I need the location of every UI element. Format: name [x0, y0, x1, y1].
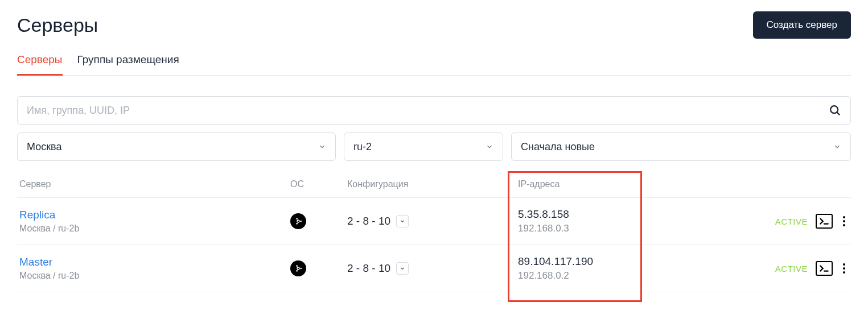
region-select-value: ru-2	[353, 141, 372, 153]
ubuntu-icon	[290, 260, 306, 276]
ip-public: 5.35.8.158	[518, 208, 666, 221]
server-name-link[interactable]: Master	[19, 256, 290, 268]
server-location-text: Москва / ru-2b	[19, 223, 290, 234]
table-row: Replica Москва / ru-2b 2 - 8 - 10 5.35.8…	[17, 198, 851, 245]
location-select-value: Москва	[27, 141, 61, 153]
svg-point-0	[830, 106, 838, 113]
chevron-down-icon	[486, 143, 493, 151]
row-menu-button[interactable]	[841, 214, 848, 229]
ubuntu-icon	[290, 213, 306, 229]
svg-point-10	[300, 268, 302, 270]
col-header-os: ОС	[290, 179, 347, 189]
server-location-text: Москва / ru-2b	[19, 271, 290, 281]
ip-public: 89.104.117.190	[518, 255, 666, 268]
svg-line-1	[837, 113, 840, 115]
config-text: 2 - 8 - 10	[347, 215, 390, 227]
config-text: 2 - 8 - 10	[347, 262, 390, 275]
chevron-down-icon	[833, 143, 841, 151]
col-header-server: Сервер	[17, 179, 290, 189]
ip-private: 192.168.0.2	[518, 270, 666, 282]
status-badge: ACTIVE	[775, 264, 808, 274]
config-expand-button[interactable]	[396, 215, 409, 227]
svg-point-6	[296, 223, 298, 225]
svg-point-5	[296, 218, 298, 220]
sort-select-value: Сначала новые	[521, 141, 595, 153]
col-header-ip: IP-адреса	[518, 179, 666, 189]
table-header: Сервер ОС Конфигурация IP-адреса	[17, 173, 851, 198]
search-icon[interactable]	[829, 104, 841, 117]
region-select[interactable]: ru-2	[344, 133, 503, 161]
search-box	[17, 96, 851, 125]
svg-point-11	[296, 265, 298, 267]
terminal-icon[interactable]	[816, 261, 833, 276]
server-name-link[interactable]: Replica	[19, 209, 290, 221]
config-expand-button[interactable]	[396, 262, 409, 275]
row-menu-button[interactable]	[841, 261, 848, 276]
chevron-down-icon	[318, 143, 326, 151]
terminal-icon[interactable]	[816, 214, 833, 229]
tabs: Серверы Группы размещения	[17, 53, 851, 76]
svg-point-4	[300, 221, 302, 222]
ip-private: 192.168.0.3	[518, 223, 666, 234]
location-select[interactable]: Москва	[17, 133, 336, 161]
search-input[interactable]	[27, 105, 829, 117]
tab-servers[interactable]: Серверы	[17, 53, 63, 76]
col-header-config: Конфигурация	[347, 179, 518, 189]
sort-select[interactable]: Сначала новые	[511, 133, 851, 161]
svg-point-12	[296, 270, 298, 272]
status-badge: ACTIVE	[775, 217, 808, 226]
page-title: Серверы	[17, 14, 98, 36]
create-server-button[interactable]: Создать сервер	[753, 11, 851, 39]
tab-placement-groups[interactable]: Группы размещения	[77, 53, 179, 76]
table-row: Master Москва / ru-2b 2 - 8 - 10 89.104.…	[17, 245, 851, 292]
